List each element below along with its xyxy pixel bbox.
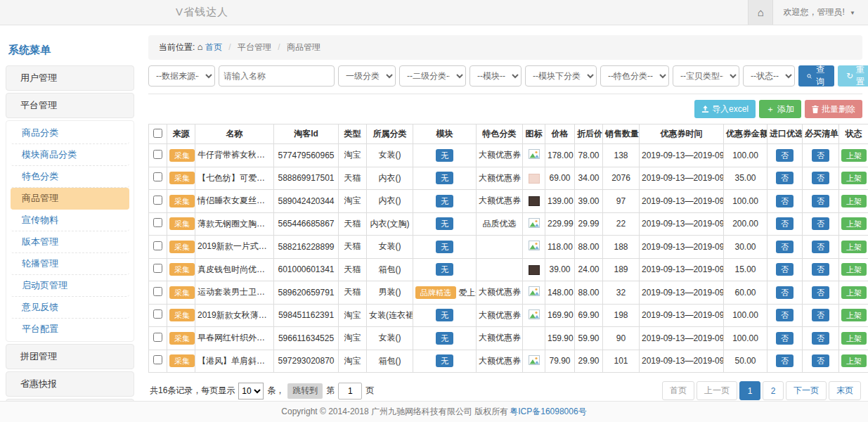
module-badge: 无 xyxy=(436,195,453,207)
filter-name-input[interactable] xyxy=(219,65,335,87)
row-checkbox[interactable] xyxy=(153,355,162,364)
filter-module-select[interactable]: --模块-- xyxy=(469,65,522,87)
status-toggle[interactable]: 上架 xyxy=(841,172,867,184)
home-button[interactable]: ⌂ xyxy=(748,0,773,25)
status-toggle[interactable]: 上架 xyxy=(841,354,867,367)
user-menu[interactable]: 欢迎您，管理员! ▼ xyxy=(773,6,868,18)
sidebar-subitem-promo-material[interactable]: 宣传物料 xyxy=(11,210,129,231)
page-button-last[interactable]: 末页 xyxy=(829,381,861,400)
must-buy-toggle[interactable]: 否 xyxy=(812,195,829,207)
import-select-toggle[interactable]: 否 xyxy=(776,172,793,184)
import-select-toggle[interactable]: 否 xyxy=(776,332,793,345)
import-select-toggle[interactable]: 否 xyxy=(776,263,793,276)
import-select-toggle[interactable]: 否 xyxy=(776,286,793,299)
product-category: 男装() xyxy=(367,281,413,305)
row-checkbox[interactable] xyxy=(153,241,162,250)
filter-item-type-select[interactable]: --宝贝类型-- xyxy=(673,65,739,87)
status-toggle[interactable]: 上架 xyxy=(841,309,867,321)
sidebar-item-user-mgmt[interactable]: 用户管理 xyxy=(6,65,134,91)
row-checkbox[interactable] xyxy=(153,150,162,159)
per-page-select[interactable]: 10 xyxy=(238,383,264,399)
row-checkbox[interactable] xyxy=(153,196,162,205)
page-button-page-2[interactable]: 2 xyxy=(763,381,784,400)
import-select-toggle[interactable]: 否 xyxy=(776,149,793,162)
product-thumbnail xyxy=(529,355,540,365)
sidebar-item-platform-mgmt[interactable]: 平台管理 xyxy=(6,93,134,118)
page-number-input[interactable] xyxy=(338,383,362,399)
filter-module-subcategory-select[interactable]: --模块下分类-- xyxy=(525,65,597,87)
sidebar-subitem-module-goods-category[interactable]: 模块商品分类 xyxy=(11,144,129,166)
sales-count: 101 xyxy=(603,350,640,373)
sales-count: 90 xyxy=(603,327,640,350)
import-select-toggle[interactable]: 否 xyxy=(776,195,793,207)
import-select-toggle[interactable]: 否 xyxy=(776,354,793,367)
page-button-page-1[interactable]: 1 xyxy=(739,381,760,400)
must-buy-cell: 否 xyxy=(803,304,839,327)
sidebar-subitem-feature-category[interactable]: 特色分类 xyxy=(11,166,129,188)
status-toggle[interactable]: 上架 xyxy=(841,149,867,162)
filter-data-source-select[interactable]: --数据来源-- xyxy=(148,65,215,87)
page-button-prev[interactable]: 上一页 xyxy=(697,381,737,400)
row-checkbox[interactable] xyxy=(153,218,162,227)
sidebar: 系统菜单 用户管理平台管理商品分类模块商品分类特色分类商品管理宣传物料版本管理轮… xyxy=(6,38,134,401)
must-buy-toggle[interactable]: 否 xyxy=(812,149,829,162)
sidebar-subitem-carousel-mgmt[interactable]: 轮播管理 xyxy=(11,253,129,275)
row-checkbox[interactable] xyxy=(153,309,162,319)
page-button-next[interactable]: 下一页 xyxy=(786,381,827,400)
sidebar-subitem-version-mgmt[interactable]: 版本管理 xyxy=(11,231,129,253)
must-buy-toggle[interactable]: 否 xyxy=(812,309,829,321)
import-select-toggle[interactable]: 否 xyxy=(776,241,793,253)
breadcrumb-home-link[interactable]: ⌂ 首页 xyxy=(197,42,225,52)
sidebar-subitem-platform-config[interactable]: 平台配置 xyxy=(11,319,129,340)
sidebar-item-saving-news[interactable]: 省惠快报 xyxy=(6,371,134,397)
filter-status-select[interactable]: --状态-- xyxy=(743,65,795,87)
row-checkbox[interactable] xyxy=(153,287,162,296)
add-button[interactable]: ＋ 添加 xyxy=(759,100,801,118)
filter-first-category-select[interactable]: 一级分类 xyxy=(338,65,396,87)
icp-link[interactable]: 粤ICP备16098006号 xyxy=(510,406,586,418)
row-checkbox[interactable] xyxy=(153,172,162,181)
status-toggle[interactable]: 上架 xyxy=(841,241,867,253)
must-buy-toggle[interactable]: 否 xyxy=(812,332,829,345)
must-buy-toggle[interactable]: 否 xyxy=(812,241,829,253)
pagination-controls: 首页上一页12下一页末页 xyxy=(662,381,861,400)
row-checkbox[interactable] xyxy=(153,333,162,342)
must-buy-toggle[interactable]: 否 xyxy=(812,217,829,230)
sidebar-nav: 用户管理平台管理商品分类模块商品分类特色分类商品管理宣传物料版本管理轮播管理启动… xyxy=(6,65,134,401)
batch-delete-button[interactable]: 批量删除 xyxy=(805,100,862,118)
status-toggle[interactable]: 上架 xyxy=(841,195,867,207)
row-checkbox[interactable] xyxy=(153,264,162,273)
status-toggle[interactable]: 上架 xyxy=(841,286,867,299)
feature-category: 大额优惠券 xyxy=(477,144,523,167)
page-button-first[interactable]: 首页 xyxy=(662,381,694,400)
coupon-time: 2019-09-13—2019-09-19 xyxy=(640,236,724,259)
sidebar-subitem-goods-mgmt[interactable]: 商品管理 xyxy=(11,188,129,210)
filter-feature-category-select[interactable]: --特色分类-- xyxy=(600,65,669,87)
query-button[interactable]: 查询 xyxy=(798,65,834,87)
column-header-11: 优惠券时间 xyxy=(640,124,724,144)
reset-button[interactable]: ↻重置 xyxy=(838,65,868,87)
must-buy-toggle[interactable]: 否 xyxy=(812,286,829,299)
sidebar-subitem-goods-category[interactable]: 商品分类 xyxy=(11,122,129,144)
row-checkbox-cell xyxy=(149,350,167,373)
status-toggle[interactable]: 上架 xyxy=(841,332,867,345)
status-toggle[interactable]: 上架 xyxy=(841,217,867,230)
sidebar-item-message-mgmt[interactable]: 消息管理 xyxy=(6,399,134,401)
product-type: 淘宝 xyxy=(339,190,367,213)
sidebar-subitem-splash-page-mgmt[interactable]: 启动页管理 xyxy=(11,275,129,297)
import-select-toggle[interactable]: 否 xyxy=(776,217,793,230)
status-toggle[interactable]: 上架 xyxy=(841,263,867,276)
filter-second-category-select[interactable]: --二级分类-- xyxy=(399,65,466,87)
product-type: 天猫 xyxy=(339,167,367,190)
must-buy-toggle[interactable]: 否 xyxy=(812,263,829,276)
breadcrumb-home-label: 首页 xyxy=(205,42,222,52)
import-select-toggle[interactable]: 否 xyxy=(776,309,793,321)
jump-button[interactable]: 跳转到 xyxy=(287,383,323,399)
sidebar-subitem-feedback[interactable]: 意见反馈 xyxy=(11,297,129,319)
must-buy-toggle[interactable]: 否 xyxy=(812,172,829,184)
sales-count: 97 xyxy=(603,190,640,213)
sidebar-item-group-buy-mgmt[interactable]: 拼团管理 xyxy=(6,344,134,369)
import-excel-button[interactable]: 导入excel xyxy=(694,100,756,118)
must-buy-toggle[interactable]: 否 xyxy=(812,354,829,367)
select-all-checkbox[interactable] xyxy=(153,129,162,138)
